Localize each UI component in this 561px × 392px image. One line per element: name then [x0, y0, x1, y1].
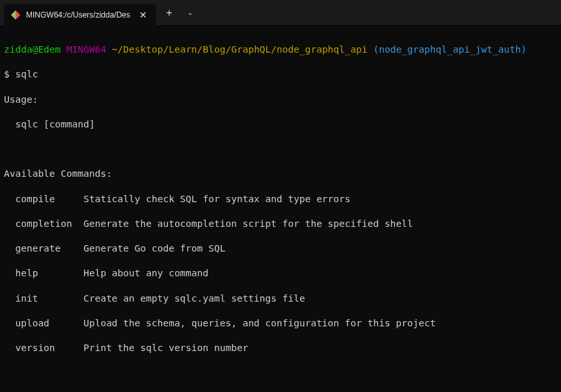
cmd-version: version Print the sqlc version number	[4, 342, 557, 354]
svg-marker-2	[11, 10, 16, 20]
close-tab-button[interactable]: ✕	[137, 8, 150, 21]
prompt-env: MINGW64	[66, 44, 106, 55]
new-tab-button[interactable]: +	[159, 3, 180, 23]
prompt-path: ~/Desktop/Learn/Blog/GraphQL/node_graphq…	[112, 44, 368, 55]
svg-marker-1	[16, 10, 20, 20]
prompt-symbol: $	[4, 69, 10, 79]
cmd-help: help Help about any command	[4, 267, 557, 280]
tab-dropdown-button[interactable]: ⌄	[180, 3, 200, 23]
prompt-branch: (node_graphql_api_jwt_auth)	[373, 44, 527, 55]
commands-header: Available Commands:	[4, 168, 557, 180]
usage-header: Usage:	[4, 94, 557, 106]
cmd-compile: compile Statically check SQL for syntax …	[4, 193, 557, 205]
cmd-generate: generate Generate Go code from SQL	[4, 242, 557, 255]
terminal-tab[interactable]: MINGW64:/c/Users/zidda/Des ✕	[4, 4, 156, 26]
terminal-output[interactable]: zidda@Edem MINGW64 ~/Desktop/Learn/Blog/…	[0, 26, 561, 392]
git-bash-icon	[10, 10, 21, 20]
command-line: $ sqlc	[4, 68, 557, 81]
prompt-line-1: zidda@Edem MINGW64 ~/Desktop/Learn/Blog/…	[4, 44, 557, 56]
usage-line: sqlc [command]	[4, 118, 557, 131]
cmd-upload: upload Upload the schema, queries, and c…	[4, 317, 557, 330]
cmd-init: init Create an empty sqlc.yaml settings …	[4, 293, 557, 305]
prompt-user: zidda@Edem	[4, 44, 61, 55]
cmd-completion: completion Generate the autocompletion s…	[4, 218, 557, 230]
titlebar: MINGW64:/c/Users/zidda/Des ✕ + ⌄	[0, 0, 561, 26]
tab-title: MINGW64:/c/Users/zidda/Des	[26, 10, 133, 20]
typed-command: sqlc	[15, 69, 38, 79]
